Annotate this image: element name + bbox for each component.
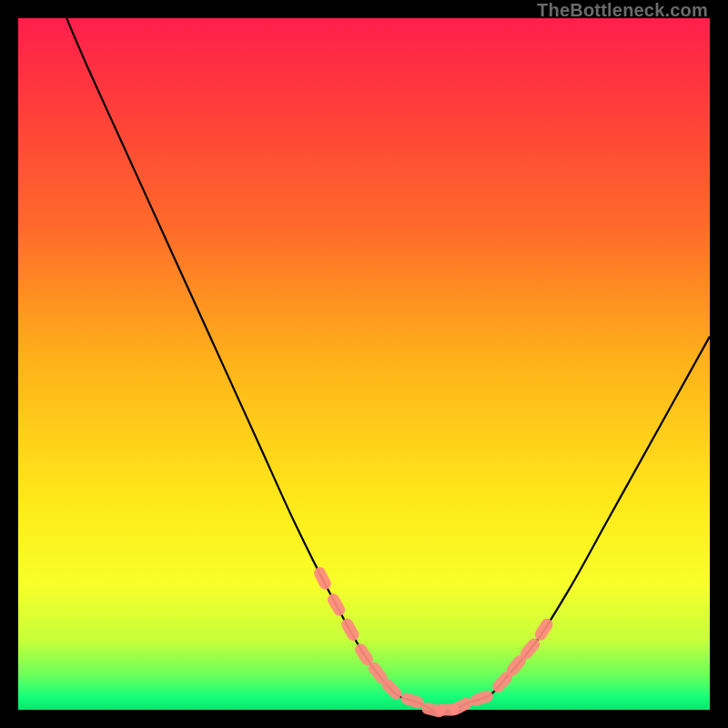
curve-marker [399, 692, 426, 711]
bottleneck-curve-path [66, 18, 710, 711]
curve-marker [326, 592, 348, 618]
curve-marker [532, 616, 555, 642]
curve-marker [339, 616, 361, 642]
curve-marker [469, 689, 495, 708]
curve-markers [312, 565, 555, 718]
chart-svg [18, 18, 710, 710]
watermark-text: TheBottleneck.com [537, 0, 708, 21]
curve-marker [312, 565, 333, 592]
bottleneck-curve [66, 18, 710, 711]
chart-frame [18, 18, 710, 710]
